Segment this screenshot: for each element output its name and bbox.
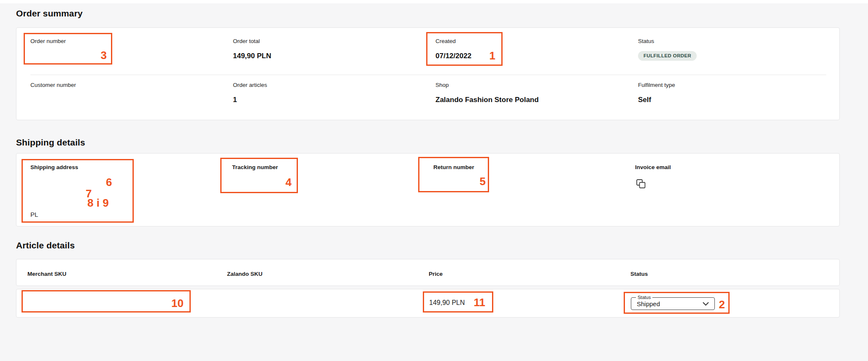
col-status: Status <box>630 271 648 277</box>
status-select[interactable]: Status Shipped <box>631 297 715 310</box>
created-label: Created <box>435 38 456 45</box>
order-total-label: Order total <box>233 38 260 45</box>
top-strip <box>0 0 868 3</box>
order-number-label: Order number <box>30 38 66 45</box>
shipping-address-label: Shipping address <box>30 164 78 171</box>
col-zalando-sku: Zalando SKU <box>227 271 262 277</box>
customer-number-redacted <box>28 97 89 105</box>
return-number-label: Return number <box>433 164 474 171</box>
article-details-heading: Article details <box>16 240 75 251</box>
order-number-redacted <box>28 52 89 60</box>
row-divider <box>30 75 826 75</box>
article-table-header: Merchant SKU Zalando SKU Price Status <box>16 259 840 286</box>
address-line3-redacted <box>31 202 77 208</box>
shop-label: Shop <box>435 82 449 89</box>
shop-value: Zalando Fashion Store Poland <box>435 96 539 104</box>
status-select-value: Shipped <box>637 300 660 307</box>
created-value: 07/12/2022 <box>435 52 471 60</box>
article-price: 149,90 PLN <box>429 299 465 307</box>
tracking-number-label: Tracking number <box>232 164 278 171</box>
order-articles-label: Order articles <box>233 82 267 89</box>
shipping-details-card: Shipping address Tracking number Return … <box>16 153 840 226</box>
fulfilment-type-value: Self <box>638 96 651 104</box>
status-badge: FULFILLED ORDER <box>638 51 697 61</box>
status-label: Status <box>638 38 654 45</box>
fulfilment-type-label: Fulfilment type <box>638 82 675 89</box>
return-number-redacted <box>434 180 476 187</box>
zalando-sku-redacted <box>227 299 306 307</box>
article-table-row: 149,90 PLN Status Shipped <box>16 289 840 318</box>
col-price: Price <box>429 271 443 277</box>
col-merchant-sku: Merchant SKU <box>27 271 66 277</box>
chevron-down-icon <box>703 300 709 307</box>
copy-icon[interactable] <box>636 179 646 189</box>
merchant-sku-redacted <box>24 299 150 307</box>
order-articles-value: 1 <box>233 96 237 104</box>
order-summary-heading: Order summary <box>16 8 83 19</box>
invoice-email-label: Invoice email <box>635 164 671 171</box>
address-line2-redacted <box>31 191 81 198</box>
shipping-details-heading: Shipping details <box>16 137 85 148</box>
order-detail-page: Order summary Order number Order total C… <box>0 0 868 361</box>
annotation-number-8i9: 8 i 9 <box>87 197 109 208</box>
address-country: PL <box>30 211 38 218</box>
order-summary-card: Order number Order total Created Status … <box>16 27 840 120</box>
customer-number-label: Customer number <box>30 82 76 89</box>
annotation-number-6: 6 <box>106 177 112 188</box>
status-select-label: Status <box>636 295 652 300</box>
address-line1-redacted <box>30 179 94 186</box>
order-total-value: 149,90 PLN <box>233 52 271 60</box>
tracking-number-redacted <box>232 180 277 187</box>
